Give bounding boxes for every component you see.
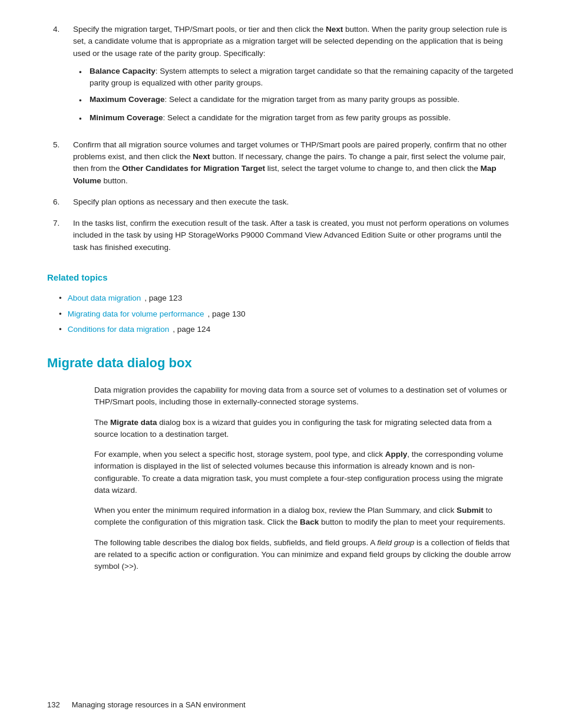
section-title: Migrate data dialog box — [47, 353, 515, 373]
bullet-text: Minimum Coverage: Select a candidate for… — [90, 112, 451, 125]
para-5: The following table describes the dialog… — [47, 537, 515, 573]
bullet-icon — [79, 113, 84, 125]
item-6-text: Specify plan options as necessary and th… — [73, 197, 289, 206]
bullet-icon — [79, 67, 84, 90]
related-topic-item-2: Migrating data for volume performance, p… — [47, 308, 515, 320]
page-footer: 132 Managing storage resources in a SAN … — [47, 699, 515, 711]
item-content-5: Confirm that all migration source volume… — [73, 139, 515, 187]
item-number-6: 6. — [53, 196, 64, 208]
bullet-text: Maximum Coverage: Select a candidate for… — [90, 94, 459, 107]
migrate-dialog-section: Migrate data dialog box Data migration p… — [47, 353, 515, 572]
related-topic-page-1: , page 123 — [144, 292, 182, 304]
list-item-7: 7. In the tasks list, confirm the execut… — [47, 218, 515, 253]
bullet-item: Balance Capacity: System attempts to sel… — [73, 65, 515, 90]
item-5-text: Confirm that all migration source volume… — [73, 140, 507, 185]
related-topic-link-3[interactable]: Conditions for data migration — [68, 324, 170, 335]
para-3: For example, when you select a specific … — [47, 449, 515, 496]
list-item-6: 6. Specify plan options as necessary and… — [47, 196, 515, 208]
para-4: When you enter the minimum required info… — [47, 505, 515, 529]
related-topic-item-1: About data migration, page 123 — [47, 292, 515, 304]
item-content-6: Specify plan options as necessary and th… — [73, 196, 515, 208]
bullet-icon — [79, 95, 84, 107]
list-item-4: 4. Specify the migration target, THP/Sma… — [47, 24, 515, 130]
bullet-item: Minimum Coverage: Select a candidate for… — [73, 112, 515, 125]
item-content-4: Specify the migration target, THP/Smart … — [73, 24, 515, 130]
related-topic-page-2: , page 130 — [208, 308, 246, 320]
related-topic-link-2[interactable]: Migrating data for volume performance — [68, 308, 204, 320]
item-7-text: In the tasks list, confirm the execution… — [73, 219, 509, 252]
related-topic-page-3: , page 124 — [173, 324, 210, 335]
related-topics-section: Related topics About data migration, pag… — [47, 271, 515, 335]
footer-page-number: 132 — [47, 699, 60, 711]
related-topic-link-1[interactable]: About data migration — [68, 292, 141, 304]
related-topic-item-3: Conditions for data migration, page 124 — [47, 324, 515, 335]
item-4-text: Specify the migration target, THP/Smart … — [73, 25, 507, 58]
para-2: The Migrate data dialog box is a wizard … — [47, 417, 515, 441]
item-content-7: In the tasks list, confirm the execution… — [73, 218, 515, 253]
item-number-4: 4. — [53, 24, 64, 130]
para-1: Data migration provides the capability f… — [47, 384, 515, 409]
item-number-7: 7. — [53, 218, 64, 253]
footer-description: Managing storage resources in a SAN envi… — [72, 699, 246, 711]
page: 4. Specify the migration target, THP/Sma… — [0, 0, 562, 728]
numbered-list: 4. Specify the migration target, THP/Sma… — [47, 24, 515, 253]
bullet-item: Maximum Coverage: Select a candidate for… — [73, 94, 515, 107]
related-topics-heading: Related topics — [47, 271, 515, 285]
bullet-text: Balance Capacity: System attempts to sel… — [90, 65, 515, 90]
item-number-5: 5. — [53, 139, 64, 187]
list-item-5: 5. Confirm that all migration source vol… — [47, 139, 515, 187]
item-4-bullets: Balance Capacity: System attempts to sel… — [73, 65, 515, 125]
related-topics-list: About data migration, page 123 Migrating… — [47, 292, 515, 335]
